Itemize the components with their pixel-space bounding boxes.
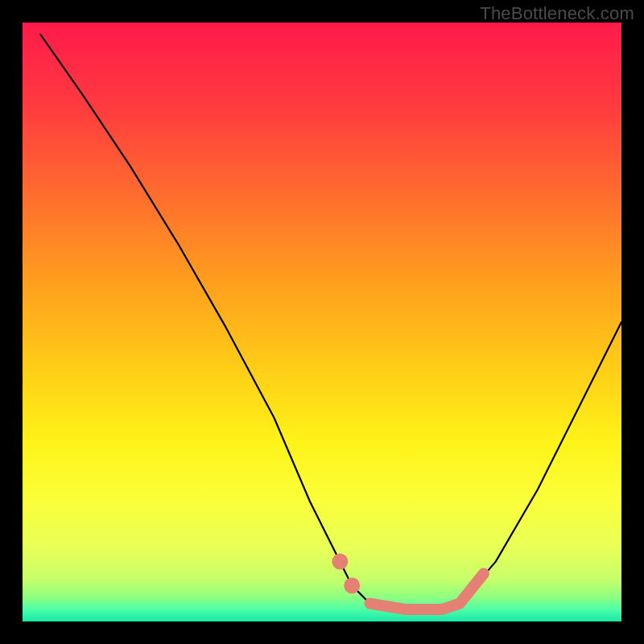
highlight-dot [332, 554, 348, 570]
chart-stage: TheBottleneck.com [0, 0, 644, 644]
curve-layer [23, 23, 621, 621]
highlight-dot [344, 577, 360, 593]
chart-plot-area [23, 23, 621, 621]
bottleneck-curve [40, 35, 621, 609]
highlight-segment [370, 574, 484, 610]
watermark-text: TheBottleneck.com [480, 3, 634, 24]
